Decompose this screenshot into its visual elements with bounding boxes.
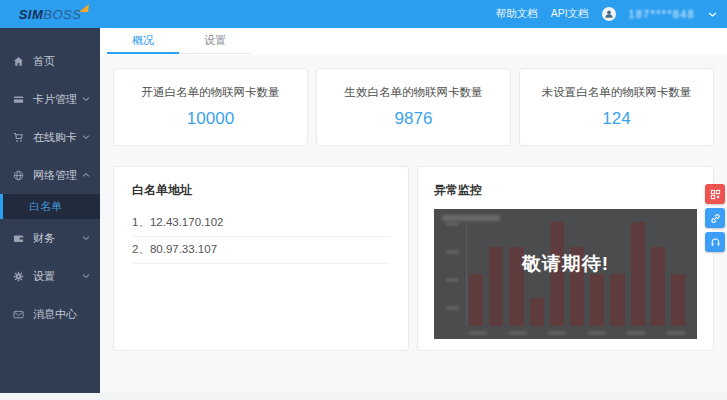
- chart-bar: [469, 274, 483, 326]
- chevron-down-icon: [82, 96, 90, 102]
- network-icon: [13, 170, 24, 181]
- y-axis-tick: [446, 222, 459, 226]
- sidebar-item-finance[interactable]: 财务: [0, 219, 100, 257]
- simboss-dashboard: SIMBOSS 帮助文档 API文档 187****848: [0, 0, 727, 400]
- stat-title: 开通白名单的物联网卡数量: [142, 85, 280, 100]
- chart-bar: [671, 274, 685, 326]
- sidebar-item-label: 网络管理: [33, 168, 77, 183]
- tab-settings[interactable]: 设置: [179, 28, 251, 54]
- stat-value: 9876: [395, 109, 433, 129]
- tab-overview[interactable]: 概况: [107, 28, 179, 54]
- content: 开通白名单的物联网卡数量 10000 生效白名单的物联网卡数量 9876 未设置…: [100, 55, 727, 400]
- api-docs-link[interactable]: API文档: [551, 7, 589, 21]
- sidebar-item-home[interactable]: 首页: [0, 42, 100, 80]
- chart-title-blurred: [442, 215, 500, 221]
- bottom-edge-strip: [0, 393, 727, 400]
- person-icon: [604, 9, 614, 19]
- stat-title: 未设置白名单的物联网卡数量: [542, 85, 692, 100]
- home-icon: [13, 56, 24, 67]
- sidebar-item-settings[interactable]: 设置: [0, 257, 100, 295]
- card-icon: [13, 94, 24, 105]
- chevron-down-icon: [82, 134, 90, 140]
- y-axis-tick: [446, 278, 459, 282]
- user-phone-number[interactable]: 187****848: [629, 8, 695, 20]
- top-bar: SIMBOSS 帮助文档 API文档 187****848: [0, 0, 727, 28]
- stat-card-effective: 生效白名单的物联网卡数量 9876: [316, 68, 511, 146]
- user-menu-chevron-down-icon[interactable]: [708, 11, 717, 18]
- link-contact-button[interactable]: [705, 208, 725, 228]
- sidebar-item-label: 在线购卡: [33, 130, 77, 145]
- stat-title: 生效白名单的物联网卡数量: [345, 85, 483, 100]
- headset-icon: [710, 237, 721, 248]
- sidebar-item-label: 设置: [33, 269, 55, 284]
- coming-soon-overlay-text: 敬请期待!: [434, 251, 697, 277]
- logo-sim-text: SIM: [19, 7, 44, 22]
- main-area: 概况 设置 开通白名单的物联网卡数量 10000 生效白名单的物联网卡数量 98…: [100, 28, 727, 400]
- sidebar-item-label: 首页: [33, 54, 55, 69]
- qq-icon: [710, 189, 721, 200]
- stat-value: 10000: [187, 109, 234, 129]
- anomaly-monitor-chart: 敬请期待!: [434, 209, 697, 339]
- stat-card-not-set: 未设置白名单的物联网卡数量 124: [519, 68, 714, 146]
- sidebar-item-label: 财务: [33, 231, 55, 246]
- floating-contact-buttons: [705, 184, 725, 252]
- chart-bar: [610, 274, 624, 326]
- sidebar-item-label: 卡片管理: [33, 92, 77, 107]
- stat-value: 124: [602, 109, 630, 129]
- sidebar: 首页 卡片管理 在线购卡: [0, 28, 100, 394]
- sidebar-item-network-management[interactable]: 网络管理: [0, 156, 100, 194]
- sidebar-item-message-center[interactable]: 消息中心: [0, 295, 100, 333]
- chart-bar: [590, 274, 604, 326]
- sidebar-subitem-label: 白名单: [29, 199, 62, 214]
- logo: SIMBOSS: [0, 0, 100, 28]
- sidebar-item-card-management[interactable]: 卡片管理: [0, 80, 100, 118]
- x-axis-ticks: [469, 331, 685, 336]
- sidebar-item-label: 消息中心: [33, 307, 77, 322]
- panel-title: 白名单地址: [132, 182, 390, 199]
- tab-bar: 概况 设置: [100, 28, 727, 55]
- customer-service-button[interactable]: [705, 232, 725, 252]
- anomaly-monitor-panel: 异常监控 敬请期待!: [417, 166, 714, 351]
- cart-icon: [13, 132, 24, 143]
- mail-icon: [13, 309, 24, 320]
- sidebar-subitem-whitelist[interactable]: 白名单: [0, 194, 100, 219]
- sidebar-item-buy-cards[interactable]: 在线购卡: [0, 118, 100, 156]
- wallet-icon: [13, 233, 24, 244]
- whitelist-address-row: 1、12.43.170.102: [132, 210, 390, 237]
- chevron-up-icon: [82, 172, 90, 178]
- panel-title: 异常监控: [434, 182, 697, 199]
- help-docs-link[interactable]: 帮助文档: [496, 7, 538, 21]
- whitelist-address-row: 2、80.97.33.107: [132, 237, 390, 264]
- qq-contact-button[interactable]: [705, 184, 725, 204]
- chevron-down-icon: [82, 235, 90, 241]
- link-icon: [710, 213, 721, 224]
- chevron-down-icon: [82, 273, 90, 279]
- y-axis-tick: [446, 306, 459, 310]
- chart-bar: [530, 298, 544, 326]
- logo-accent-swoosh-icon: [79, 4, 89, 13]
- stat-card-opened: 开通白名单的物联网卡数量 10000: [113, 68, 308, 146]
- logo-boss-text: BOSS: [43, 7, 81, 22]
- user-avatar[interactable]: [602, 7, 616, 21]
- whitelist-address-panel: 白名单地址 1、12.43.170.102 2、80.97.33.107: [113, 166, 409, 351]
- gear-icon: [13, 271, 24, 282]
